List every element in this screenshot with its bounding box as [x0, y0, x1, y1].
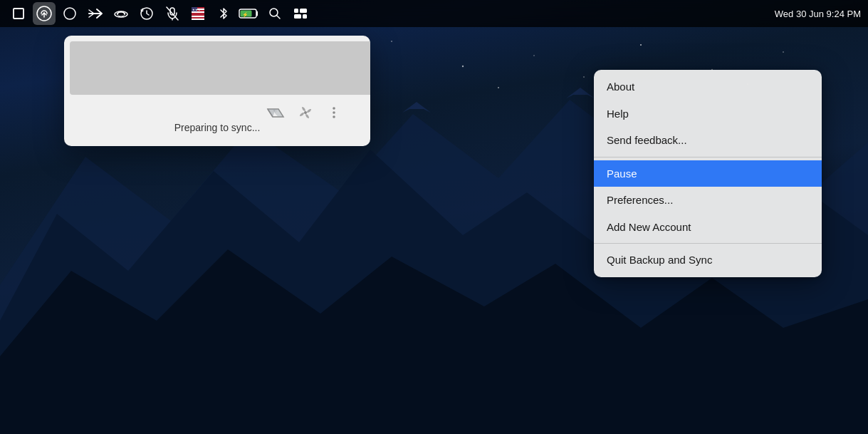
menu-divider-1: [594, 157, 822, 157]
svg-point-46: [333, 111, 335, 114]
menu-item-add-new-account[interactable]: Add New Account: [594, 214, 822, 241]
svg-point-20: [498, 87, 499, 88]
svg-rect-21: [14, 9, 23, 19]
gpg-icon[interactable]: [110, 2, 132, 25]
menu-item-help[interactable]: Help: [594, 100, 822, 128]
battery-icon[interactable]: ⚡: [238, 2, 261, 25]
circle-icon[interactable]: [58, 2, 81, 25]
svg-rect-30: [192, 11, 204, 13]
svg-rect-42: [294, 14, 301, 19]
svg-rect-35: [192, 19, 204, 20]
backup-status-text: Preparing to sync...: [64, 122, 370, 133]
svg-point-10: [462, 66, 464, 67]
svg-point-25: [117, 12, 125, 16]
menu-item-pause[interactable]: Pause: [594, 160, 822, 187]
svg-point-39: [270, 9, 278, 16]
menu-item-send-feedback[interactable]: Send feedback...: [594, 127, 822, 154]
time-machine-icon[interactable]: [135, 2, 158, 25]
svg-rect-41: [300, 9, 307, 13]
context-menu: About Help Send feedback... Pause Prefer…: [594, 70, 822, 277]
mic-slash-icon[interactable]: [161, 2, 184, 25]
google-drive-icon: [266, 104, 285, 121]
google-photos-icon: [296, 104, 315, 121]
svg-point-9: [391, 41, 392, 42]
menubar: ★★★ ⚡: [0, 0, 868, 27]
menu-item-preferences[interactable]: Preferences...: [594, 187, 822, 214]
backup-popup-window: Preparing to sync...: [64, 36, 370, 146]
svg-rect-40: [294, 9, 298, 13]
svg-point-45: [333, 107, 335, 110]
svg-text:★★★: ★★★: [192, 8, 201, 11]
backup-sync-menubar-icon[interactable]: [33, 2, 56, 25]
square-outline-icon[interactable]: [7, 2, 30, 25]
svg-point-47: [333, 115, 335, 118]
svg-point-11: [533, 55, 535, 56]
send-icon[interactable]: [84, 2, 107, 25]
more-options-icon[interactable]: [326, 105, 342, 120]
menubar-left-icons: ★★★ ⚡: [7, 2, 312, 25]
menubar-right: Wed 30 Jun 9:24 PM: [775, 9, 861, 19]
backup-popup-thumbnail: [70, 41, 370, 95]
svg-text:⚡: ⚡: [242, 11, 249, 18]
backup-popup-action-icons: [266, 104, 342, 121]
svg-rect-34: [192, 16, 204, 17]
flag-icon[interactable]: ★★★: [187, 2, 209, 25]
svg-point-12: [640, 44, 642, 46]
svg-rect-43: [303, 14, 307, 19]
bluetooth-icon[interactable]: [212, 2, 235, 25]
svg-point-17: [583, 76, 585, 78]
svg-point-14: [783, 51, 784, 53]
search-icon[interactable]: [263, 2, 286, 25]
control-center-icon[interactable]: [289, 2, 312, 25]
menu-divider-2: [594, 243, 822, 244]
menu-item-quit[interactable]: Quit Backup and Sync: [594, 247, 822, 274]
svg-point-44: [304, 111, 307, 114]
menu-item-about[interactable]: About: [594, 73, 822, 100]
datetime-display: Wed 30 Jun 9:24 PM: [775, 9, 861, 19]
svg-point-23: [64, 8, 75, 19]
